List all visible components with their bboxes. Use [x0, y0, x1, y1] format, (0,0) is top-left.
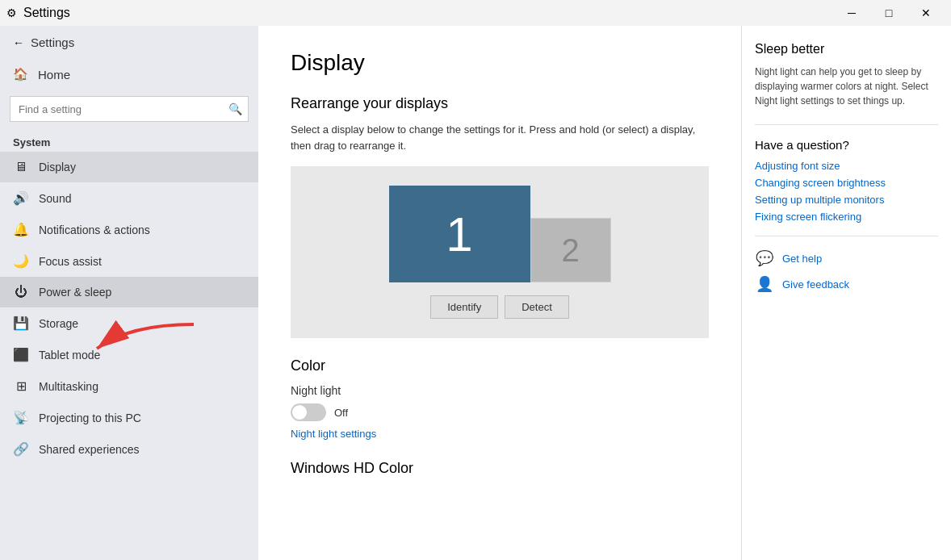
sidebar-item-focus-label: Focus assist [39, 255, 245, 268]
app-body: ← Settings 🏠 Home 🔍 System 🖥 Display 🔊 S… [0, 26, 951, 560]
title-bar-controls: ─ □ ✕ [833, 0, 945, 26]
sidebar-app-title: Settings [31, 36, 74, 49]
color-section: Color Night light Off Night light settin… [291, 357, 709, 441]
sidebar-item-focus[interactable]: 🌙 Focus assist [0, 245, 258, 277]
sidebar-item-notifications[interactable]: 🔔 Notifications & actions [0, 214, 258, 245]
settings-icon: ⚙ [6, 6, 17, 19]
title-bar: ⚙ Settings ─ □ ✕ [0, 0, 951, 26]
projecting-icon: 📡 [13, 410, 29, 425]
maximize-button[interactable]: □ [870, 0, 907, 26]
rearrange-desc: Select a display below to change the set… [291, 122, 709, 153]
search-input[interactable] [10, 96, 249, 122]
sidebar-item-storage[interactable]: 💾 Storage [0, 307, 258, 339]
search-icon: 🔍 [228, 102, 242, 115]
sidebar-item-sound[interactable]: 🔊 Sound [0, 182, 258, 214]
sleep-desc: Night light can help you get to sleep by… [755, 65, 938, 108]
monitor-2-label: 2 [561, 232, 579, 269]
link-changing-brightness[interactable]: Changing screen brightness [755, 177, 938, 189]
color-title: Color [291, 357, 709, 374]
sidebar-item-shared[interactable]: 🔗 Shared experiences [0, 433, 258, 465]
link-multiple-monitors[interactable]: Setting up multiple monitors [755, 194, 938, 206]
give-feedback-icon: 👤 [755, 275, 774, 293]
display-area: 1 2 Identify Detect [291, 166, 709, 338]
toggle-off-label: Off [334, 407, 348, 419]
sidebar: ← Settings 🏠 Home 🔍 System 🖥 Display 🔊 S… [0, 26, 258, 560]
night-light-toggle[interactable] [291, 403, 326, 421]
get-help-icon: 💬 [755, 249, 774, 267]
notifications-icon: 🔔 [13, 222, 29, 237]
sidebar-item-sound-label: Sound [39, 192, 245, 205]
close-button[interactable]: ✕ [907, 0, 945, 26]
back-icon: ← [13, 36, 24, 49]
get-help-row[interactable]: 💬 Get help [755, 249, 938, 267]
shared-icon: 🔗 [13, 441, 29, 457]
identify-button[interactable]: Identify [430, 295, 498, 319]
sidebar-item-storage-label: Storage [39, 317, 245, 330]
give-feedback-link: Give feedback [782, 278, 849, 290]
title-bar-left: ⚙ Settings [6, 6, 70, 20]
main-content: Display Rearrange your displays Select a… [258, 26, 741, 560]
link-screen-flickering[interactable]: Fixing screen flickering [755, 211, 938, 223]
page-title: Display [291, 50, 709, 76]
night-light-label: Night light [291, 384, 709, 397]
storage-icon: 💾 [13, 316, 29, 331]
right-panel: Sleep better Night light can help you ge… [741, 26, 951, 560]
sidebar-item-tablet-label: Tablet mode [39, 349, 245, 361]
monitors-row: 1 2 [389, 186, 611, 282]
question-title: Have a question? [755, 138, 938, 152]
sidebar-item-multitasking[interactable]: ⊞ Multitasking [0, 370, 258, 402]
power-icon: ⏻ [13, 285, 29, 299]
link-adjusting-font[interactable]: Adjusting font size [755, 160, 938, 172]
monitor-1-label: 1 [446, 207, 472, 262]
get-help-link: Get help [782, 253, 822, 265]
home-label: Home [38, 68, 70, 81]
title-bar-title: Settings [23, 6, 70, 20]
sound-icon: 🔊 [13, 190, 29, 206]
rearrange-title: Rearrange your displays [291, 95, 709, 112]
focus-icon: 🌙 [13, 253, 29, 269]
home-icon: 🏠 [13, 67, 28, 81]
detect-button[interactable]: Detect [505, 295, 569, 319]
night-light-row: Off [291, 403, 709, 421]
sidebar-item-projecting[interactable]: 📡 Projecting to this PC [0, 402, 258, 433]
sidebar-item-tablet[interactable]: ⬛ Tablet mode [0, 339, 258, 370]
divider-2 [755, 236, 938, 236]
sidebar-item-home[interactable]: 🏠 Home [0, 59, 258, 90]
sidebar-item-multitasking-label: Multitasking [39, 380, 245, 393]
sidebar-item-power-label: Power & sleep [39, 286, 245, 299]
night-light-settings-link[interactable]: Night light settings [291, 428, 376, 440]
monitor-2[interactable]: 2 [530, 218, 611, 282]
sidebar-back-button[interactable]: ← Settings [0, 26, 258, 59]
sidebar-item-projecting-label: Projecting to this PC [39, 412, 245, 424]
tablet-icon: ⬛ [13, 347, 29, 362]
divider-1 [755, 124, 938, 125]
sidebar-item-display[interactable]: 🖥 Display [0, 152, 258, 182]
sleep-title: Sleep better [755, 42, 938, 56]
sidebar-item-power[interactable]: ⏻ Power & sleep [0, 277, 258, 307]
sidebar-item-shared-label: Shared experiences [39, 443, 245, 456]
display-buttons: Identify Detect [430, 295, 569, 319]
sidebar-search-container: 🔍 [10, 96, 249, 122]
sidebar-item-display-label: Display [39, 161, 245, 173]
sidebar-section-label: System [0, 128, 258, 152]
give-feedback-row[interactable]: 👤 Give feedback [755, 275, 938, 293]
monitor-1[interactable]: 1 [389, 186, 530, 282]
sidebar-item-notifications-label: Notifications & actions [39, 224, 245, 236]
toggle-knob [292, 405, 307, 420]
multitasking-icon: ⊞ [13, 378, 29, 394]
windows-hd-title: Windows HD Color [291, 460, 709, 477]
display-icon: 🖥 [13, 160, 29, 174]
minimize-button[interactable]: ─ [833, 0, 870, 26]
